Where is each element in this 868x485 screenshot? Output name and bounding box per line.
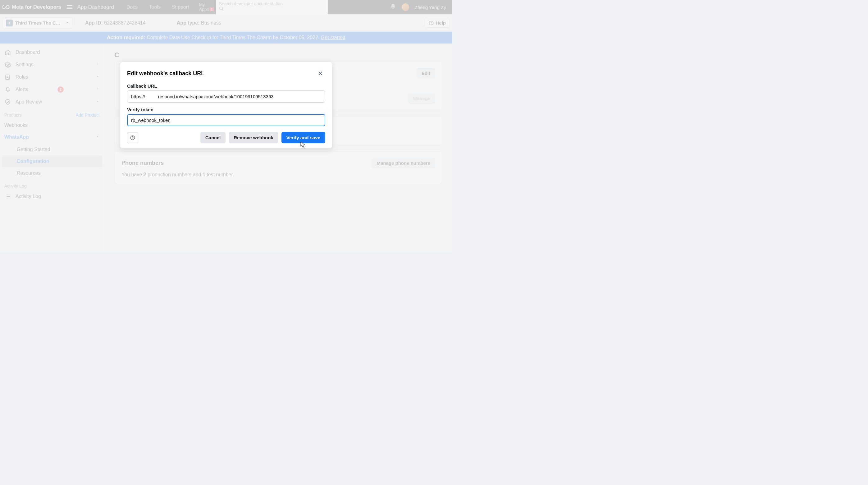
verify-token-input[interactable] bbox=[127, 114, 325, 126]
remove-webhook-button[interactable]: Remove webhook bbox=[229, 132, 278, 143]
modal-title: Edit webhook's callback URL bbox=[127, 70, 315, 77]
svg-point-21 bbox=[132, 139, 133, 139]
verify-token-label: Verify token bbox=[127, 107, 325, 112]
modal-footer: Cancel Remove webhook Verify and save bbox=[127, 132, 325, 143]
callback-url-label: Callback URL bbox=[127, 83, 325, 89]
cancel-button[interactable]: Cancel bbox=[200, 132, 225, 143]
modal-header: Edit webhook's callback URL bbox=[127, 68, 325, 78]
close-icon bbox=[317, 70, 323, 76]
callback-url-input[interactable] bbox=[127, 90, 325, 103]
modal-overlay: Edit webhook's callback URL Callback URL… bbox=[0, 0, 452, 252]
close-button[interactable] bbox=[315, 68, 325, 78]
edit-webhook-modal: Edit webhook's callback URL Callback URL… bbox=[120, 62, 332, 148]
modal-help-button[interactable] bbox=[127, 132, 138, 143]
verify-and-save-button[interactable]: Verify and save bbox=[281, 132, 325, 143]
help-icon bbox=[130, 135, 135, 140]
